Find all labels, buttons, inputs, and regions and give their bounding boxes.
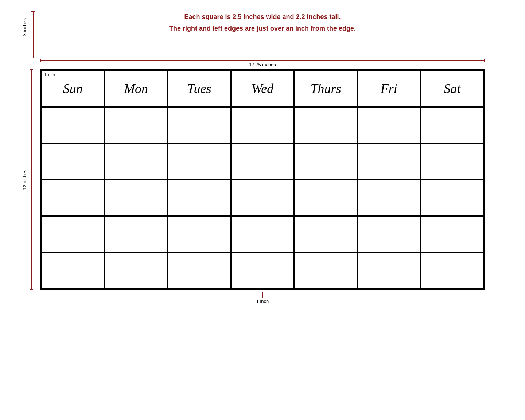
table-row [104, 143, 167, 180]
day-label-sat: Sat [442, 79, 462, 98]
table-row [168, 143, 231, 180]
table-row [294, 143, 357, 180]
right-annotation [485, 69, 505, 290]
table-row [168, 253, 231, 289]
header-cell-thu: Thurs [294, 70, 357, 107]
table-row [421, 180, 484, 216]
bottom-annotation: 1 inch [0, 290, 525, 312]
day-label-fri: Fri [379, 79, 399, 98]
table-row [421, 216, 484, 253]
table-row [231, 253, 294, 289]
table-row [421, 253, 484, 289]
table-row [41, 216, 104, 253]
calendar-section: 12 inches 1 inch Sun Mon Tues Wed Thurs … [0, 69, 525, 290]
day-label-mon: Mon [122, 79, 150, 98]
table-row [104, 107, 167, 143]
day-label-thu: Thurs [308, 79, 343, 98]
table-row [41, 180, 104, 216]
calendar-grid: 1 inch Sun Mon Tues Wed Thurs Fri Sat [40, 69, 485, 290]
bottom-tick-container: 1 inch [256, 292, 269, 304]
table-row [41, 107, 104, 143]
table-row [231, 180, 294, 216]
table-row [294, 180, 357, 216]
vertical-3in-annotation [33, 11, 34, 58]
table-row [231, 107, 294, 143]
header-cell-sat: Sat [421, 70, 484, 107]
horizontal-17in-annotation: 17.75 inches [40, 60, 485, 67]
day-label-tue: Tues [186, 79, 213, 98]
center-description: Each square is 2.5 inches wide and 2.2 i… [135, 11, 390, 35]
table-row [41, 253, 104, 289]
left-12in-annotation: 12 inches [20, 69, 40, 290]
table-row [168, 107, 231, 143]
description-line2: The right and left edges are just over a… [135, 23, 390, 34]
table-row [168, 180, 231, 216]
table-row [421, 143, 484, 180]
header-cell-sun: 1 inch Sun [41, 70, 104, 107]
table-row [104, 253, 167, 289]
table-row [231, 216, 294, 253]
day-label-sun: Sun [61, 79, 85, 98]
table-row [294, 216, 357, 253]
table-row [294, 107, 357, 143]
table-row [357, 253, 420, 289]
header-cell-wed: Wed [231, 70, 294, 107]
bottom-tick-line [262, 292, 263, 298]
table-row [357, 143, 420, 180]
page-container: 3 inches Each square is 2.5 inches wide … [0, 0, 525, 420]
inch-corner-label: 1 inch [44, 73, 55, 77]
vertical-3in-line [33, 11, 34, 58]
header-cell-mon: Mon [104, 70, 167, 107]
table-row [357, 180, 420, 216]
vertical-3in-label: 3 inches [22, 18, 27, 36]
table-row [357, 216, 420, 253]
table-row [294, 253, 357, 289]
table-row [41, 143, 104, 180]
horizontal-17in-label: 17.75 inches [249, 62, 276, 67]
table-row [357, 107, 420, 143]
horizontal-17in-line [40, 60, 485, 61]
header-cell-tue: Tues [168, 70, 231, 107]
header-cell-fri: Fri [357, 70, 420, 107]
vertical-12in-label: 12 inches [22, 170, 27, 190]
table-row [168, 216, 231, 253]
table-row [421, 107, 484, 143]
top-annotations: 3 inches Each square is 2.5 inches wide … [0, 7, 525, 69]
table-row [104, 216, 167, 253]
vertical-12in-line [31, 69, 32, 290]
table-row [231, 143, 294, 180]
table-row [104, 180, 167, 216]
bottom-1in-label: 1 inch [256, 299, 269, 304]
day-label-wed: Wed [250, 79, 276, 98]
description-line1: Each square is 2.5 inches wide and 2.2 i… [135, 11, 390, 23]
